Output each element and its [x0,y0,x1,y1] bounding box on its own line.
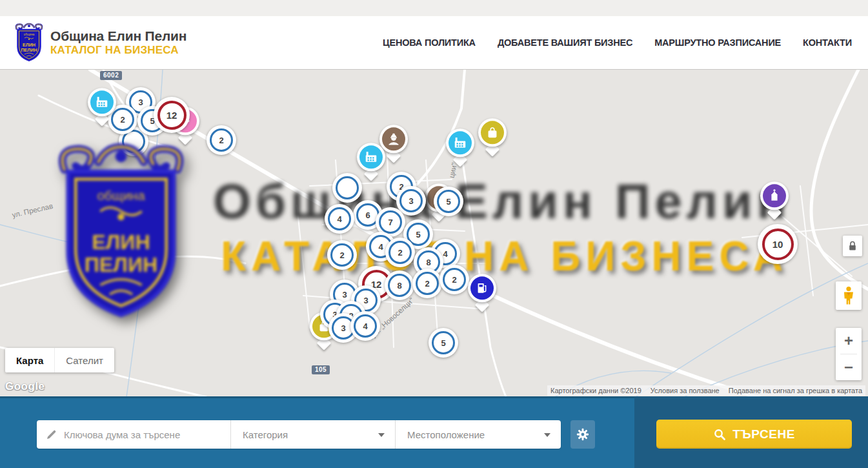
chevron-down-icon [378,433,385,437]
cluster-count: 5 [437,190,460,213]
pin-marker-factory[interactable] [446,128,474,166]
cluster-count: 10 [762,229,794,260]
cluster-count: 2 [416,272,439,295]
search-submit-button[interactable]: ТЪРСЕНЕ [656,420,852,449]
cluster-count: 3 [399,189,423,212]
cluster-count: 2 [389,241,412,264]
municipality-crest-logo [14,23,44,63]
cluster-marker[interactable]: 10 [758,224,798,264]
pin-marker-fuel[interactable] [468,274,496,311]
watermark-title: Община Елин Пелин [213,173,791,229]
attribution-link[interactable]: Подаване на сигнал за грешка в картата [729,387,862,394]
search-button-label: ТЪРСЕНЕ [732,427,795,442]
pin-marker-factory[interactable] [357,143,385,180]
street-view-pegman-button[interactable] [836,281,862,310]
advanced-search-settings-button[interactable] [570,420,595,449]
cluster-marker[interactable]: 4 [350,311,380,341]
zoom-control: + − [836,328,862,380]
map-type-satellite-button[interactable]: Сателит [54,348,114,372]
nav-item-contacts[interactable]: КОНТАКТИ [803,37,852,48]
chevron-down-icon [544,433,550,437]
map-attribution: Картографски данни ©2019Условия за ползв… [547,385,865,396]
pegman-icon [842,286,856,305]
lock-icon [847,240,858,252]
nav-item-route-schedule[interactable]: МАРШРУТНО РАЗПИСАНИЕ [654,37,781,48]
church-icon [767,188,782,203]
fullscreen-lock-button[interactable] [843,236,862,256]
zoom-out-button[interactable]: − [836,354,862,380]
cluster-count: 7 [379,210,402,234]
cluster-count: 5 [432,331,455,354]
factory-icon [453,136,467,150]
attribution-link[interactable]: Условия за ползване [651,387,720,394]
pencil-icon [46,429,57,440]
fuel-icon [475,281,489,295]
category-dropdown-label: Категория [243,429,288,440]
search-panel: Категория Местоположение ТЪРСЕНЕ [0,396,868,468]
gear-icon [576,427,590,442]
main-nav: ЦЕНОВА ПОЛИТИКАДОБАВЕТЕ ВАШИЯТ БИЗНЕСМАР… [383,37,852,48]
worker-icon [387,132,401,146]
pin-marker-bag[interactable] [478,118,507,156]
road-number-badge: 6002 [100,71,122,80]
site-header: Община Елин Пелин КАТАЛОГ НА БИЗНЕСА ЦЕН… [0,16,868,69]
category-dropdown[interactable]: Категория [230,420,395,449]
cluster-marker[interactable]: 2 [439,265,469,294]
google-logo[interactable]: Google [5,380,45,393]
site-title: Община Елин Пелин [50,28,187,44]
bag-icon [485,125,500,139]
cluster-marker[interactable]: 5 [434,187,463,216]
cluster-count: 12 [157,101,187,130]
page-top-strip [0,0,868,16]
cluster-count: 2 [210,128,233,152]
nav-item-add-your-business[interactable]: ДОБАВЕТЕ ВАШИЯТ БИЗНЕС [498,37,632,48]
map-type-control: Карта Сателит [5,348,114,372]
cluster-marker[interactable]: 12 [154,97,190,133]
search-icon [713,428,726,441]
nav-item-pricing-policy[interactable]: ЦЕНОВА ПОЛИТИКА [383,37,476,48]
cluster-count: 8 [388,274,411,297]
location-dropdown-label: Местоположение [407,429,485,440]
keyword-field-section [37,420,230,449]
cluster-count: 4 [328,207,351,230]
road-number-badge: 105 [312,365,330,374]
cluster-count: 2 [330,243,354,267]
cluster-count: 2 [443,268,466,291]
map-type-map-button[interactable]: Карта [5,348,54,372]
pin-marker-factory[interactable] [88,88,116,125]
cluster-marker[interactable] [332,173,362,203]
cluster-count [336,176,359,199]
cluster-marker[interactable]: 4 [325,204,354,234]
attribution-text: Картографски данни ©2019 [550,387,641,394]
watermark-subtitle: КАТАЛОГ НА БИЗНЕСА [221,232,788,280]
keyword-search-input[interactable] [64,429,224,440]
factory-icon [95,95,109,109]
cluster-marker[interactable]: 2 [207,125,236,155]
cluster-marker[interactable]: 2 [412,269,442,298]
location-dropdown[interactable]: Местоположение [395,420,561,449]
cluster-marker[interactable]: 2 [385,238,415,267]
cluster-marker[interactable]: 5 [429,328,458,358]
watermark-crest [55,141,187,323]
factory-icon [364,150,378,164]
cluster-marker[interactable]: 2 [327,240,357,270]
cluster-count: 4 [354,314,377,338]
site-logo[interactable]: Община Елин Пелин КАТАЛОГ НА БИЗНЕСА [14,23,187,63]
pin-marker-church[interactable] [760,181,789,219]
site-subtitle: КАТАЛОГ НА БИЗНЕСА [50,44,187,57]
cluster-marker[interactable]: 8 [385,270,414,300]
zoom-in-button[interactable]: + [836,328,862,354]
search-fields: Категория Местоположение [37,420,561,449]
google-map[interactable]: 6002105 ул. Преславбул. „Новоселци"ции" … [0,69,868,396]
